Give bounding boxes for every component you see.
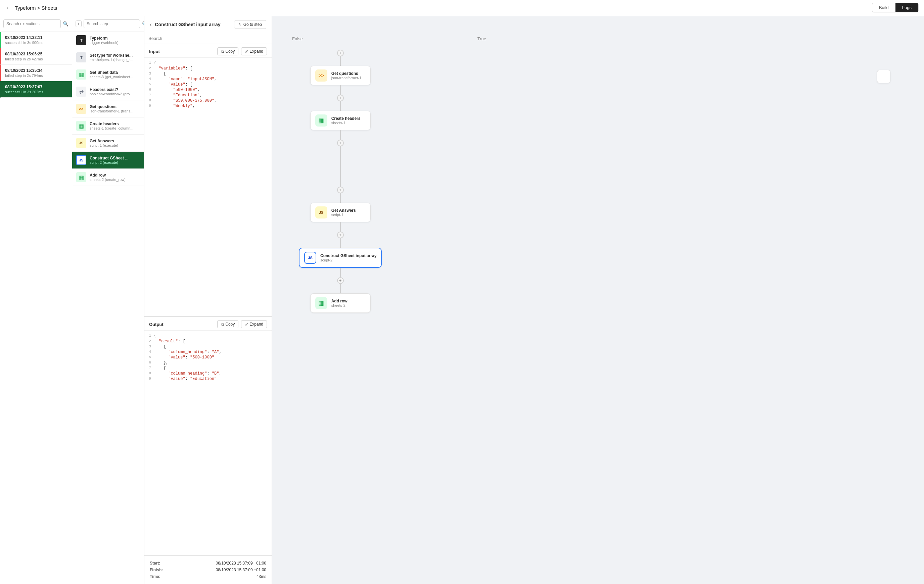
step-icon-sheets: ▦ bbox=[76, 69, 86, 79]
finish-value: 08/10/2023 15:37:09 +01:00 bbox=[216, 568, 266, 572]
start-value: 08/10/2023 15:37:09 +01:00 bbox=[216, 561, 266, 566]
code-line: 6 "500-1000", bbox=[144, 87, 272, 92]
execution-status: failed step in 2s 427ms bbox=[5, 57, 68, 61]
step-sub: script-1 (execute) bbox=[90, 144, 140, 147]
add-step-button[interactable]: + bbox=[337, 49, 344, 56]
step-sub: trigger (webhook) bbox=[90, 41, 140, 45]
add-step-button[interactable]: + bbox=[337, 140, 344, 146]
connector-line bbox=[340, 101, 341, 111]
goto-step-label: Go to step bbox=[243, 22, 262, 27]
goto-step-button[interactable]: ↖ Go to step bbox=[234, 20, 266, 29]
step-icon-sheets: ▦ bbox=[76, 121, 86, 131]
output-expand-button[interactable]: ⤢ Expand bbox=[241, 320, 267, 328]
add-step-button[interactable]: + bbox=[337, 232, 344, 238]
step-item[interactable]: JS Get Answers script-1 (execute) bbox=[72, 135, 144, 152]
meta-start: Start: 08/10/2023 15:37:09 +01:00 bbox=[150, 560, 266, 567]
canvas-panel: False True + >> Get questions json-trans… bbox=[272, 16, 924, 584]
tab-logs[interactable]: Logs bbox=[896, 3, 918, 12]
node-info: Add row sheets-2 bbox=[332, 299, 348, 307]
search-executions-button[interactable]: 🔍 bbox=[63, 21, 68, 26]
step-item[interactable]: ⇄ Headers exist? boolean-condition-2 (pr… bbox=[72, 83, 144, 101]
execution-item[interactable]: 08/10/2023 15:06:25 failed step in 2s 42… bbox=[0, 48, 72, 65]
tab-build[interactable]: Build bbox=[872, 3, 896, 12]
input-expand-button[interactable]: ⤢ Expand bbox=[241, 47, 267, 55]
node-info: Get Answers script-1 bbox=[332, 208, 356, 217]
back-button[interactable]: ← bbox=[5, 4, 12, 12]
step-item[interactable]: ▦ Add row sheets-2 (create_row) bbox=[72, 169, 144, 186]
code-line: 1{ bbox=[144, 333, 272, 339]
time-label: Time: bbox=[150, 574, 160, 579]
steps-header: ‹ 🔍 bbox=[72, 16, 144, 32]
input-section-header: Input ⧉ Copy ⤢ Expand bbox=[144, 44, 272, 58]
step-icon-text: T bbox=[76, 52, 86, 63]
connector-line bbox=[340, 85, 341, 95]
execution-item[interactable]: 08/10/2023 15:35:34 failed step in 2s 79… bbox=[0, 65, 72, 81]
copy-icon: ⧉ bbox=[221, 322, 224, 327]
step-name: Typeform bbox=[90, 36, 140, 41]
detail-search-input[interactable] bbox=[148, 36, 267, 41]
step-name: Set type for workshe... bbox=[90, 53, 140, 58]
code-line: 8 "$50,000-$75,000", bbox=[144, 98, 272, 103]
step-info: Construct GSheet ... script-2 (execute) bbox=[90, 156, 140, 165]
step-name: Construct GSheet ... bbox=[90, 156, 140, 160]
execution-datetime: 08/10/2023 15:35:34 bbox=[5, 68, 68, 73]
workflow-node-create-headers[interactable]: ▦ Create headers sheets-1 bbox=[310, 111, 371, 130]
node-info: Get questions json-transformer-1 bbox=[332, 71, 361, 80]
input-actions: ⧉ Copy ⤢ Expand bbox=[217, 47, 267, 55]
node-name: Create headers bbox=[332, 116, 361, 121]
meta-time: Time: 43ms bbox=[150, 573, 266, 580]
workflow-node-construct-gsheet[interactable]: JS Construct GSheet input array script-2 bbox=[299, 248, 382, 268]
add-step-button[interactable]: + bbox=[337, 277, 344, 284]
code-line: 2 "variables": [ bbox=[144, 66, 272, 71]
node-icon-json: >> bbox=[315, 69, 327, 82]
finish-label: Finish: bbox=[150, 568, 163, 572]
detail-panel: ‹ Construct GSheet input array ↖ Go to s… bbox=[144, 16, 272, 584]
workflow-node-get-answers[interactable]: JS Get Answers script-1 bbox=[310, 203, 371, 222]
step-item[interactable]: ▦ Get Sheet data sheets-3 (get_worksheet… bbox=[72, 66, 144, 83]
execution-status: failed step in 2s 794ms bbox=[5, 74, 68, 78]
code-line: 2 "result": [ bbox=[144, 339, 272, 344]
node-icon-sheets: ▦ bbox=[315, 297, 327, 309]
code-line: 6 }, bbox=[144, 360, 272, 366]
branch-labels: False True bbox=[292, 36, 486, 41]
time-value: 43ms bbox=[256, 574, 266, 579]
true-branch-placeholder bbox=[877, 70, 890, 83]
node-name: Get Answers bbox=[332, 208, 356, 213]
execution-status: successful in 3s 900ms bbox=[5, 41, 68, 45]
collapse-steps-button[interactable]: ‹ bbox=[76, 20, 82, 27]
top-bar: ← Typeform > Sheets bbox=[0, 0, 924, 16]
output-label: Output bbox=[149, 322, 163, 327]
input-code-block: 1{ 2 "variables": [ 3 { 4 "name": "input… bbox=[144, 58, 272, 317]
step-info: Add row sheets-2 (create_row) bbox=[90, 173, 140, 181]
code-line: 4 "column_heading": "A", bbox=[144, 350, 272, 355]
add-step-button[interactable]: + bbox=[337, 186, 344, 193]
input-copy-button[interactable]: ⧉ Copy bbox=[217, 47, 238, 55]
false-label: False bbox=[292, 36, 303, 41]
connector-line bbox=[340, 193, 341, 203]
detail-header: ‹ Construct GSheet input array ↖ Go to s… bbox=[144, 16, 272, 33]
connector-line bbox=[340, 222, 341, 232]
execution-item[interactable]: 08/10/2023 14:32:11 successful in 3s 900… bbox=[0, 32, 72, 48]
input-label: Input bbox=[149, 49, 160, 54]
search-steps-input[interactable] bbox=[84, 20, 140, 28]
start-label: Start: bbox=[150, 561, 160, 566]
execution-item[interactable]: 08/10/2023 15:37:07 successful in 3s 262… bbox=[0, 81, 72, 98]
add-step-button[interactable]: + bbox=[337, 95, 344, 101]
step-item[interactable]: >> Get questions json-transformer-1 (tra… bbox=[72, 101, 144, 117]
step-item[interactable]: T Set type for workshe... text-helpers-1… bbox=[72, 49, 144, 66]
search-executions-input[interactable] bbox=[3, 20, 61, 28]
step-sub: script-2 (execute) bbox=[90, 160, 140, 165]
connector-line bbox=[340, 284, 341, 293]
code-line: 5 "value": "500-1000" bbox=[144, 355, 272, 360]
step-sub: sheets-1 (create_column... bbox=[90, 126, 140, 130]
workflow-node-add-row[interactable]: ▦ Add row sheets-2 bbox=[310, 293, 371, 313]
connector-line bbox=[340, 238, 341, 248]
output-copy-button[interactable]: ⧉ Copy bbox=[217, 320, 238, 328]
node-icon-js: JS bbox=[315, 206, 327, 218]
detail-back-button[interactable]: ‹ bbox=[150, 21, 152, 28]
step-item[interactable]: ▦ Create headers sheets-1 (create_column… bbox=[72, 117, 144, 135]
step-item[interactable]: T Typeform trigger (webhook) bbox=[72, 32, 144, 49]
workflow-node-get-questions[interactable]: >> Get questions json-transformer-1 bbox=[310, 66, 371, 85]
step-item[interactable]: JS Construct GSheet ... script-2 (execut… bbox=[72, 152, 144, 169]
expand-label: Expand bbox=[249, 49, 263, 54]
